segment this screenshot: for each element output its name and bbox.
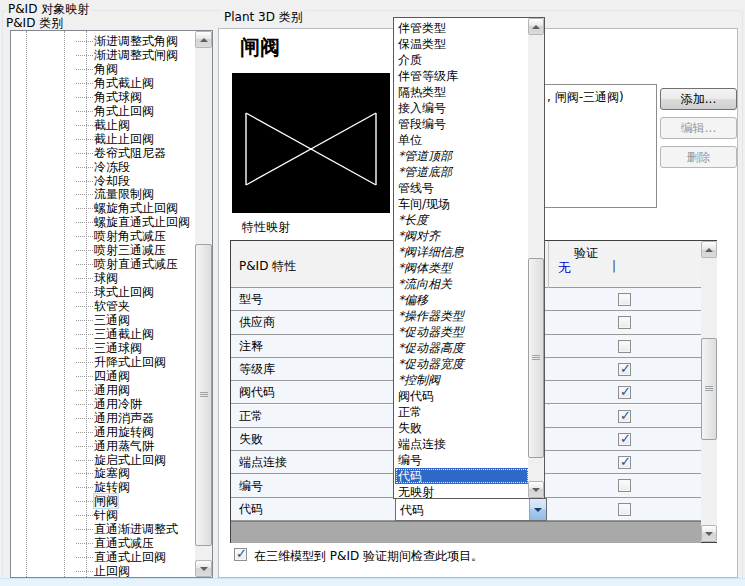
dropdown-item[interactable]: 编号 xyxy=(395,452,529,468)
tree-item[interactable]: 截止止回阀 xyxy=(11,132,195,146)
tree-item[interactable]: 螺旋角式止回阀 xyxy=(11,201,195,215)
scroll-down-icon[interactable] xyxy=(195,560,212,577)
tree-item[interactable]: 球阀 xyxy=(11,271,195,285)
dropdown-item[interactable]: 伴管等级库 xyxy=(395,68,529,84)
tree-item[interactable]: 三通阀 xyxy=(11,313,195,327)
tree-item[interactable]: 三通截止阀 xyxy=(11,327,195,341)
tree-item[interactable]: 喷射直通式减压 xyxy=(11,257,195,271)
dropdown-item[interactable]: 代码 xyxy=(395,468,529,484)
validate-checkbox[interactable]: ✓ xyxy=(618,363,631,376)
dropdown-item[interactable]: 阀代码 xyxy=(395,388,529,404)
tree-item[interactable]: 止回阀 xyxy=(11,564,195,578)
validate-checkbox[interactable]: ✓ xyxy=(618,433,631,446)
footer-checkbox[interactable]: ✓ xyxy=(234,548,247,561)
scroll-up-icon[interactable] xyxy=(528,18,544,35)
dropdown-scrollbar[interactable] xyxy=(528,18,544,498)
tree-item[interactable]: 旋转阀 xyxy=(11,480,195,494)
validate-checkbox[interactable] xyxy=(618,293,631,306)
validate-checkbox[interactable]: ✓ xyxy=(618,410,631,423)
dropdown-item[interactable]: *促动器类型 xyxy=(395,324,529,340)
dropdown-item[interactable]: 端点连接 xyxy=(395,436,529,452)
tree-item[interactable]: 角阀 xyxy=(11,62,195,76)
dropdown-item[interactable]: 失败 xyxy=(395,420,529,436)
dropdown-item[interactable]: *阀对齐 xyxy=(395,228,529,244)
dropdown-item[interactable]: *控制阀 xyxy=(395,372,529,388)
validate-checkbox[interactable]: ✓ xyxy=(618,456,631,469)
tree-item[interactable]: 截止阀 xyxy=(11,118,195,132)
dropdown-scrollbar-thumb[interactable] xyxy=(528,258,544,458)
dropdown-item[interactable]: 单位 xyxy=(395,132,529,148)
dropdown-item[interactable]: 伴管类型 xyxy=(395,20,529,36)
tree-scrollbar-thumb[interactable] xyxy=(195,244,212,546)
tree-item[interactable]: 流量限制阀 xyxy=(11,187,195,201)
dropdown-item[interactable]: *阀体类型 xyxy=(395,260,529,276)
scroll-up-icon[interactable] xyxy=(195,31,212,48)
tree-item[interactable]: 冷冻段 xyxy=(11,160,195,174)
tree-item[interactable]: 针阀 xyxy=(11,508,195,522)
tree-item[interactable]: 软管夹 xyxy=(11,299,195,313)
dropdown-item[interactable]: 接入编号 xyxy=(395,100,529,116)
mapping-list-item[interactable]: , 闸阀-三通阀) xyxy=(547,89,624,106)
tree-connector xyxy=(76,334,93,335)
dropdown-item[interactable]: *操作器类型 xyxy=(395,308,529,324)
tree-item[interactable]: 通用蒸气阱 xyxy=(11,439,195,453)
tree-item[interactable]: 直通渐进调整式 xyxy=(11,522,195,536)
tree-item[interactable]: 喷射三通减压 xyxy=(11,243,195,257)
dropdown-item[interactable]: *促动器宽度 xyxy=(395,356,529,372)
dropdown-item[interactable]: *流向相关 xyxy=(395,276,529,292)
tree-scrollbar[interactable] xyxy=(195,31,212,577)
dropdown-item[interactable]: *阀详细信息 xyxy=(395,244,529,260)
tree-item[interactable]: 通用消声器 xyxy=(11,411,195,425)
plant3d-property-combobox[interactable]: 代码 xyxy=(395,498,547,521)
tree-item[interactable]: 球式止回阀 xyxy=(11,285,195,299)
tree-item[interactable]: 冷却段 xyxy=(11,174,195,188)
tree-item[interactable]: 角式截止阀 xyxy=(11,76,195,90)
tree-item[interactable]: 角式止回阀 xyxy=(11,104,195,118)
validate-checkbox[interactable] xyxy=(618,503,631,516)
table-scrollbar-thumb[interactable] xyxy=(701,338,717,440)
scroll-down-icon[interactable] xyxy=(701,525,717,542)
validate-checkbox[interactable] xyxy=(618,316,631,329)
dropdown-item[interactable]: *促动器高度 xyxy=(395,340,529,356)
dropdown-item[interactable]: 介质 xyxy=(395,52,529,68)
tree-item[interactable]: 闸阀 xyxy=(11,494,195,508)
dropdown-item[interactable]: 车间/现场 xyxy=(395,196,529,212)
tree-item[interactable]: 旋塞阀 xyxy=(11,466,195,480)
dropdown-item[interactable]: *偏移 xyxy=(395,292,529,308)
dropdown-item[interactable]: *管道底部 xyxy=(395,164,529,180)
dropdown-item[interactable]: 正常 xyxy=(395,404,529,420)
dropdown-item[interactable]: *长度 xyxy=(395,212,529,228)
tree-item[interactable]: 喷射角式减压 xyxy=(11,229,195,243)
tree-item[interactable]: 通用冷阱 xyxy=(11,397,195,411)
scroll-up-icon[interactable] xyxy=(701,241,717,258)
tree-item[interactable]: 渐进调整式角阀 xyxy=(11,34,195,48)
tree-item[interactable]: 直通式止回阀 xyxy=(11,550,195,564)
scroll-down-icon[interactable] xyxy=(528,481,544,498)
table-scrollbar[interactable] xyxy=(701,241,717,542)
dropdown-item[interactable]: 保温类型 xyxy=(395,36,529,52)
add-button[interactable]: 添加... xyxy=(660,88,737,110)
dropdown-item[interactable]: *管道顶部 xyxy=(395,148,529,164)
validate-checkbox[interactable] xyxy=(618,340,631,353)
tree-item[interactable]: 升降式止回阀 xyxy=(11,355,195,369)
dropdown-item[interactable]: 管线号 xyxy=(395,180,529,196)
tree-item[interactable]: 渐进调整式闸阀 xyxy=(11,48,195,62)
tree-item[interactable]: 通用旋转阀 xyxy=(11,425,195,439)
tree-item[interactable]: 四通阀 xyxy=(11,369,195,383)
tree-item[interactable]: 通用阀 xyxy=(11,383,195,397)
tree-item[interactable]: 螺旋直通式止回阀 xyxy=(11,215,195,229)
validate-none-link[interactable]: 无 xyxy=(558,259,571,277)
pid-category-tree[interactable]: 渐进调整式角阀渐进调整式闸阀角阀角式截止阀角式球阀角式止回阀截止阀截止止回阀卷帘… xyxy=(10,30,213,578)
dropdown-item[interactable]: 隔热类型 xyxy=(395,84,529,100)
dropdown-item[interactable]: 管段编号 xyxy=(395,116,529,132)
tree-item[interactable]: 直通式减压 xyxy=(11,536,195,550)
property-dropdown-list[interactable]: 伴管类型保温类型介质伴管等级库隔热类型接入编号管段编号单位*管道顶部*管道底部管… xyxy=(393,17,545,499)
tree-item[interactable]: 旋启式止回阀 xyxy=(11,453,195,467)
validate-checkbox[interactable] xyxy=(618,479,631,492)
tree-item[interactable]: 三通球阀 xyxy=(11,341,195,355)
dropdown-item[interactable]: 无映射 xyxy=(395,484,529,499)
validate-checkbox[interactable]: ✓ xyxy=(618,386,631,399)
tree-item[interactable]: 卷帘式阻尼器 xyxy=(11,146,195,160)
tree-item[interactable]: 角式球阀 xyxy=(11,90,195,104)
combobox-dropdown-button[interactable] xyxy=(529,499,546,520)
